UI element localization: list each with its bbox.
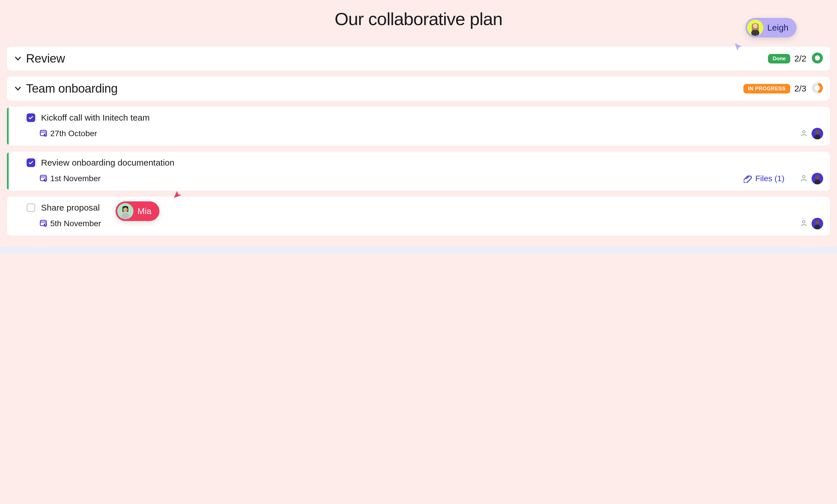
person-icon[interactable]	[800, 174, 807, 183]
svg-rect-27	[122, 213, 129, 219]
section-review[interactable]: Review Done 2/2	[7, 46, 830, 71]
section-title: Review	[26, 52, 768, 66]
task-title: Share proposal	[41, 203, 100, 212]
files-label: Files (1)	[755, 174, 784, 183]
assignee-avatar[interactable]	[812, 128, 823, 139]
chevron-down-icon	[14, 55, 22, 62]
assignee-avatar[interactable]	[812, 218, 823, 229]
progress-ring-icon	[812, 82, 823, 95]
section-title: Team onboarding	[26, 82, 744, 95]
progress-ring-icon	[812, 52, 823, 65]
svg-rect-24	[751, 30, 759, 36]
svg-point-13	[815, 175, 819, 179]
collaborator-cursor-mia: Mia	[115, 201, 159, 221]
svg-rect-14	[815, 180, 820, 184]
svg-point-26	[123, 207, 128, 212]
collaborator-name: Mia	[138, 206, 152, 216]
person-icon[interactable]	[800, 129, 807, 138]
cursor-pointer-icon	[734, 42, 742, 50]
svg-point-17	[803, 220, 805, 223]
calendar-icon	[39, 219, 47, 228]
svg-point-5	[803, 130, 805, 133]
task-checkbox[interactable]	[26, 113, 35, 122]
task-date: 27th October	[50, 129, 97, 138]
task-date: 5th November	[50, 219, 101, 228]
svg-point-11	[803, 175, 805, 178]
assignee-avatar[interactable]	[812, 173, 823, 184]
task-title: Review onboarding documentation	[41, 158, 175, 168]
task-title: Kickoff call with Initech team	[41, 113, 149, 123]
calendar-icon	[39, 174, 47, 183]
svg-rect-8	[815, 135, 820, 139]
collaborator-name: Leigh	[767, 23, 788, 33]
collaborator-cursor-leigh: Leigh	[745, 18, 797, 38]
svg-point-23	[753, 24, 758, 28]
avatar	[747, 20, 763, 36]
task-card[interactable]: Kickoff call with Initech team 27th Octo…	[7, 107, 830, 146]
files-link[interactable]: Files (1)	[744, 174, 784, 183]
footer-band	[0, 247, 837, 253]
task-checkbox[interactable]	[26, 158, 35, 167]
section-count: 2/2	[794, 54, 806, 63]
section-count: 2/3	[794, 84, 806, 93]
chevron-down-icon	[14, 85, 22, 93]
paperclip-icon	[744, 174, 752, 183]
task-card[interactable]: Review onboarding documentation 1st Nove…	[7, 151, 830, 191]
svg-point-7	[815, 130, 819, 134]
avatar	[117, 203, 133, 219]
section-team-onboarding[interactable]: Team onboarding IN PROGRESS 2/3	[7, 76, 830, 101]
svg-rect-20	[815, 225, 820, 229]
task-checkbox[interactable]	[26, 203, 35, 212]
page-title: Our collaborative plan	[7, 9, 830, 29]
status-badge: Done	[768, 54, 790, 63]
person-icon[interactable]	[800, 219, 807, 228]
status-badge: IN PROGRESS	[744, 84, 790, 93]
svg-point-0	[813, 54, 821, 62]
task-date: 1st November	[50, 174, 101, 183]
svg-point-19	[815, 220, 819, 224]
calendar-icon	[39, 129, 47, 138]
cursor-pointer-icon	[173, 190, 181, 198]
